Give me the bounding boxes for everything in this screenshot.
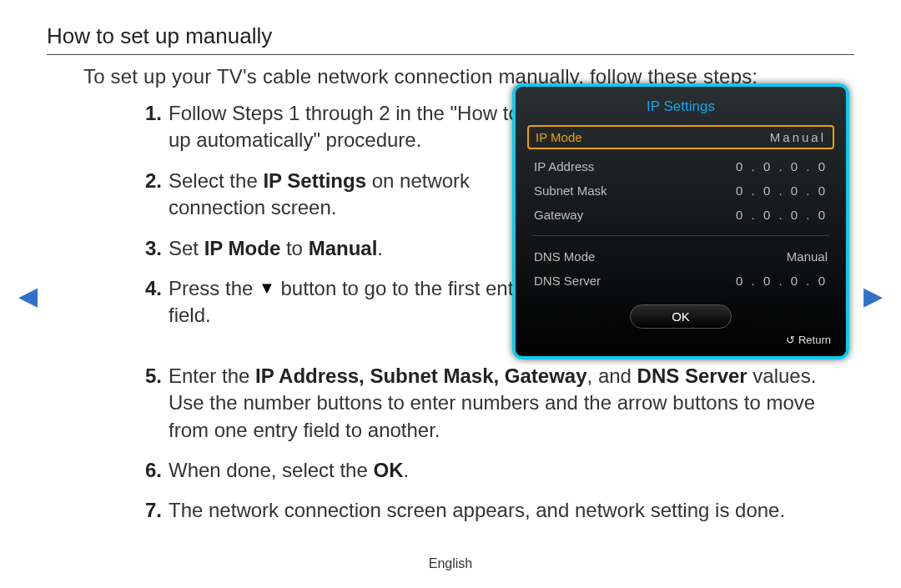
row-label: DNS Mode [534,249,595,264]
panel-divider [532,235,829,236]
step-1: 1 Follow Steps 1 through 2 in the "How t… [128,100,561,154]
row-value: Manual [787,249,828,264]
step-text: . [403,459,409,481]
step-text: Select the [169,169,263,192]
prev-page-arrow-icon[interactable]: ◀ [18,284,38,309]
step-text: When done, select the [169,459,373,481]
row-label: IP Address [534,159,594,173]
step-text: Enter the [169,364,255,387]
step-text: Set [169,237,204,259]
row-value: 0 . 0 . 0 . 0 [736,159,828,173]
return-label: Return [798,334,831,346]
step-7: 7 The network connection screen appears,… [128,497,854,524]
ip-address-row[interactable]: IP Address 0 . 0 . 0 . 0 [516,154,846,178]
step-text: The network connection screen appears, a… [169,499,785,521]
row-value: 0 . 0 . 0 . 0 [736,274,828,288]
step-text: to [280,237,308,259]
return-icon: ↺ [786,334,795,346]
manual-hl: Manual [309,237,378,259]
step-text: , and [587,364,637,387]
step-number: 5 [128,363,162,389]
ip-mode-label: IP Mode [536,130,582,144]
down-arrow-icon: ▼ [259,277,275,299]
subnet-mask-row[interactable]: Subnet Mask 0 . 0 . 0 . 0 [516,178,846,203]
row-value: 0 . 0 . 0 . 0 [736,208,828,222]
gateway-row[interactable]: Gateway 0 . 0 . 0 . 0 [516,203,846,227]
fields-hl: IP Address, Subnet Mask, Gateway [255,364,586,387]
row-label: DNS Server [534,274,601,288]
page-title: How to set up manually [47,23,854,49]
title-rule [47,54,854,55]
step-number: 6 [128,457,162,484]
dns-mode-row[interactable]: DNS Mode Manual [516,244,846,269]
step-number: 1 [128,100,162,127]
row-value: 0 . 0 . 0 . 0 [736,183,828,198]
ip-mode-hl: IP Mode [204,237,281,259]
step-text: Follow Steps 1 through 2 in the "How to … [169,102,551,151]
step-2: 2 Select the IP Settings on network conn… [128,168,561,222]
step-number: 2 [128,168,162,194]
ok-button[interactable]: OK [630,304,732,329]
step-4: 4 Press the ▼ button to go to the first … [128,275,561,329]
step-number: 3 [128,235,162,262]
row-label: Gateway [534,208,583,222]
panel-title: IP Settings [516,98,846,115]
ok-hl: OK [373,459,403,481]
step-number: 7 [128,497,162,524]
ip-settings-panel: IP Settings IP Mode Manual IP Address 0 … [512,83,849,359]
step-text: . [377,237,383,259]
row-label: Subnet Mask [534,183,607,198]
step-6: 6 When done, select the OK. [128,457,854,484]
return-button[interactable]: ↺Return [516,334,846,346]
step-text: Press the [169,277,259,299]
ip-mode-row[interactable]: IP Mode Manual [527,125,834,149]
dns-server-row[interactable]: DNS Server 0 . 0 . 0 . 0 [516,269,846,293]
step-5: 5 Enter the IP Address, Subnet Mask, Gat… [128,363,854,444]
ip-mode-value: Manual [770,130,826,144]
step-number: 4 [128,275,162,302]
next-page-arrow-icon[interactable]: ▶ [863,284,883,309]
footer-language: English [0,556,901,571]
dns-hl: DNS Server [637,364,747,387]
ip-settings-hl: IP Settings [263,169,366,192]
step-3: 3 Set IP Mode to Manual. [128,235,561,262]
